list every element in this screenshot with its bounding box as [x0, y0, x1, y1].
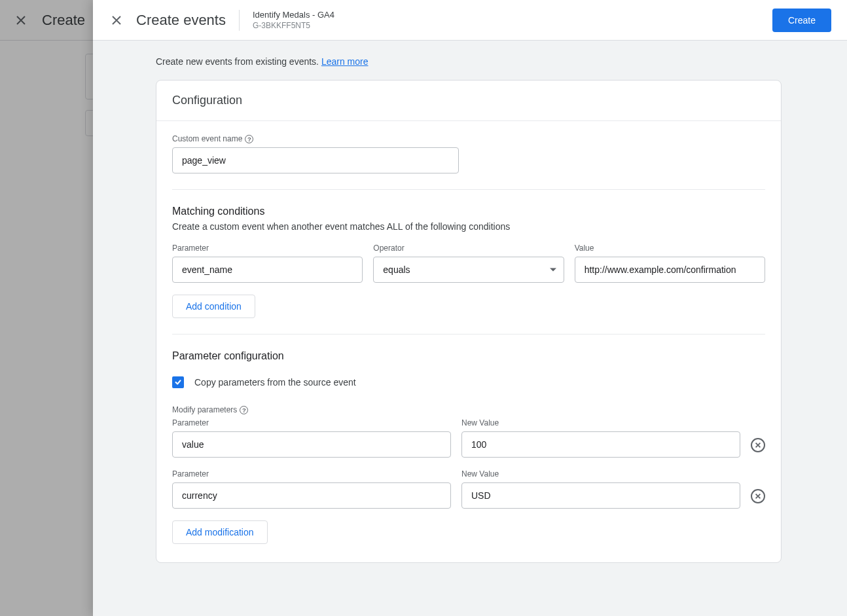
- new-value-label: New Value: [461, 469, 740, 479]
- copy-parameters-label: Copy parameters from the source event: [194, 377, 356, 388]
- property-id: G-3BKKFF5NT5: [253, 21, 334, 30]
- matching-conditions-title: Matching conditions: [172, 206, 765, 217]
- copy-parameters-checkbox[interactable]: [172, 376, 184, 388]
- matching-conditions-subtitle: Create a custom event when another event…: [172, 221, 765, 232]
- close-icon[interactable]: [13, 12, 29, 28]
- condition-operator-select[interactable]: [373, 257, 564, 283]
- description-row: Create new events from existing events. …: [156, 56, 782, 67]
- configuration-card: Configuration Custom event name ? Matchi…: [156, 80, 782, 563]
- configuration-title: Configuration: [156, 81, 781, 121]
- close-icon[interactable]: [109, 12, 124, 28]
- learn-more-link[interactable]: Learn more: [321, 56, 369, 67]
- add-modification-button[interactable]: Add modification: [172, 520, 268, 544]
- condition-parameter-input[interactable]: [172, 257, 363, 283]
- property-name: Identify Medals - GA4: [253, 10, 334, 20]
- property-info: Identify Medals - GA4 G-3BKKFF5NT5: [253, 10, 334, 30]
- custom-event-name-label: Custom event name ?: [172, 134, 765, 143]
- custom-event-name-input[interactable]: [172, 147, 459, 173]
- parameter-label: Parameter: [172, 469, 451, 479]
- modification-value-input[interactable]: [461, 431, 740, 458]
- remove-icon[interactable]: [751, 438, 765, 452]
- modify-parameters-label: Modify parameters ?: [172, 405, 765, 414]
- panel-body: Create new events from existing events. …: [93, 41, 847, 616]
- value-label: Value: [575, 244, 765, 253]
- panel-title: Create events: [136, 12, 226, 29]
- modification-parameter-input[interactable]: [172, 431, 451, 458]
- modification-row: Parameter New Value: [172, 418, 765, 458]
- modification-row: Parameter New Value: [172, 469, 765, 509]
- remove-icon[interactable]: [751, 489, 765, 503]
- new-value-label: New Value: [461, 418, 740, 427]
- condition-value-input[interactable]: [575, 257, 765, 283]
- modification-parameter-input[interactable]: [172, 482, 451, 509]
- create-button[interactable]: Create: [772, 9, 831, 32]
- operator-label: Operator: [373, 244, 564, 253]
- divider: [239, 10, 240, 31]
- copy-parameters-row: Copy parameters from the source event: [172, 376, 765, 388]
- help-icon[interactable]: ?: [245, 135, 253, 143]
- parameter-configuration-title: Parameter configuration: [172, 350, 765, 362]
- description-text: Create new events from existing events.: [156, 56, 321, 67]
- bg-title: Create: [42, 12, 85, 29]
- create-events-panel: Create events Identify Medals - GA4 G-3B…: [93, 0, 847, 616]
- add-condition-button[interactable]: Add condition: [172, 295, 255, 318]
- panel-header: Create events Identify Medals - GA4 G-3B…: [93, 0, 847, 41]
- parameter-label: Parameter: [172, 418, 451, 427]
- parameter-label: Parameter: [172, 244, 363, 253]
- help-icon[interactable]: ?: [240, 406, 248, 414]
- condition-row: Parameter Operator Value: [172, 244, 765, 283]
- modification-value-input[interactable]: [461, 482, 740, 509]
